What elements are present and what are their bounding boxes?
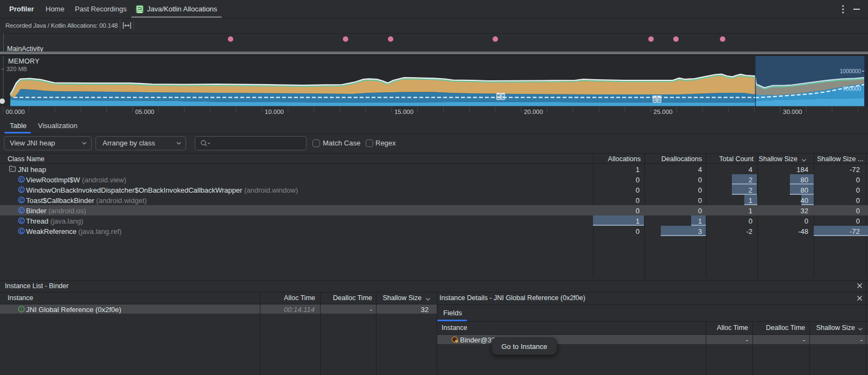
svg-text:C: C [20,218,23,224]
svg-text:25.000: 25.000 [654,109,673,115]
svg-text:10.000: 10.000 [265,109,284,115]
svg-text:1000000: 1000000 [840,68,861,74]
svg-text:I: I [21,307,22,312]
svg-text:C: C [20,198,23,203]
svg-text:15.000: 15.000 [394,109,413,115]
svg-text:00.000: 00.000 [6,109,25,115]
svg-text:900000: 900000 [843,86,861,92]
svg-text:C: C [20,208,23,213]
svg-text:30.000: 30.000 [783,109,802,115]
svg-text:05.000: 05.000 [135,109,154,115]
svg-text:C: C [20,187,23,193]
svg-text:C: C [20,177,23,182]
svg-text:C: C [20,228,23,234]
svg-text:20.000: 20.000 [524,109,543,115]
